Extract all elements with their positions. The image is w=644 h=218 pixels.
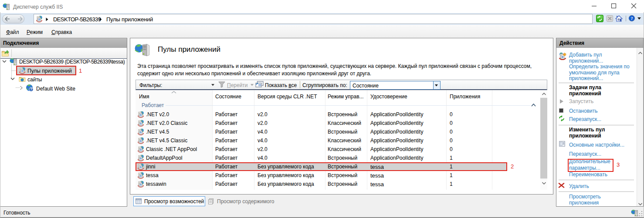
svg-text:?: ? bbox=[631, 16, 633, 21]
